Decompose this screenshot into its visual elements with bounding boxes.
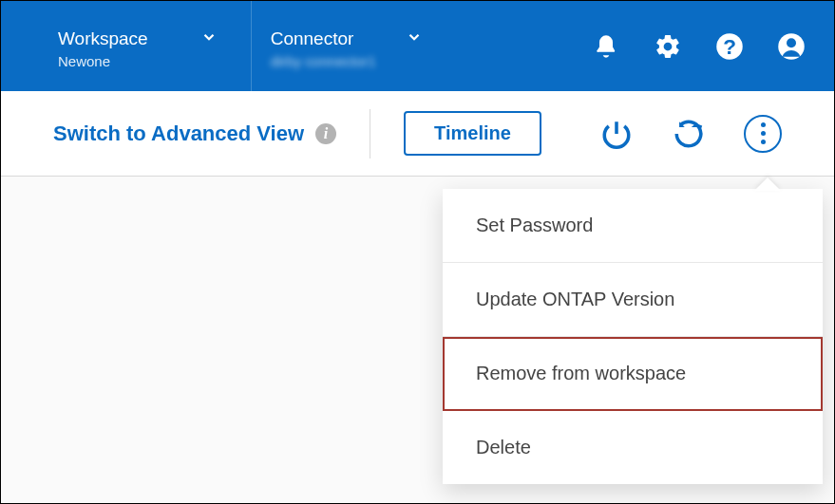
menu-item-update-ontap[interactable]: Update ONTAP Version bbox=[443, 263, 823, 337]
connector-label: Connector bbox=[271, 28, 354, 49]
more-menu: Set Password Update ONTAP Version Remove… bbox=[443, 189, 823, 484]
menu-item-set-password[interactable]: Set Password bbox=[443, 189, 823, 263]
dot-icon bbox=[761, 140, 766, 144]
menu-pointer bbox=[754, 177, 781, 191]
dot-icon bbox=[761, 122, 766, 127]
dot-icon bbox=[761, 131, 766, 136]
workspace-dropdown[interactable]: Workspace Newone bbox=[39, 1, 218, 91]
toolbar-icons bbox=[599, 115, 782, 153]
menu-item-delete[interactable]: Delete bbox=[443, 411, 823, 484]
toolbar-divider bbox=[370, 109, 370, 159]
menu-item-remove-workspace[interactable]: Remove from workspace bbox=[443, 337, 823, 411]
chevron-down-icon bbox=[406, 28, 423, 49]
header-dropdowns: Workspace Newone Connector dirby connect… bbox=[39, 1, 423, 91]
workspace-label: Workspace bbox=[58, 28, 148, 49]
refresh-icon[interactable] bbox=[672, 117, 706, 151]
user-icon[interactable] bbox=[777, 32, 806, 61]
switch-label: Switch to Advanced View bbox=[53, 121, 304, 146]
switch-advanced-view-link[interactable]: Switch to Advanced View i bbox=[53, 121, 336, 146]
bell-icon[interactable] bbox=[592, 32, 620, 61]
info-icon[interactable]: i bbox=[315, 123, 336, 144]
gear-icon[interactable] bbox=[654, 32, 682, 61]
chevron-down-icon bbox=[200, 28, 218, 49]
workspace-value: Newone bbox=[58, 53, 218, 69]
svg-text:?: ? bbox=[723, 34, 736, 58]
app-header: Workspace Newone Connector dirby connect… bbox=[1, 1, 834, 91]
more-button[interactable] bbox=[744, 115, 782, 153]
power-icon[interactable] bbox=[599, 117, 634, 151]
svg-point-3 bbox=[787, 38, 796, 47]
connector-value: dirby connector1 bbox=[271, 53, 424, 69]
header-icons: ? bbox=[592, 1, 806, 91]
toolbar: Switch to Advanced View i Timeline bbox=[1, 91, 834, 177]
connector-dropdown[interactable]: Connector dirby connector1 bbox=[251, 1, 424, 91]
help-icon[interactable]: ? bbox=[715, 32, 744, 61]
timeline-button[interactable]: Timeline bbox=[404, 111, 541, 156]
